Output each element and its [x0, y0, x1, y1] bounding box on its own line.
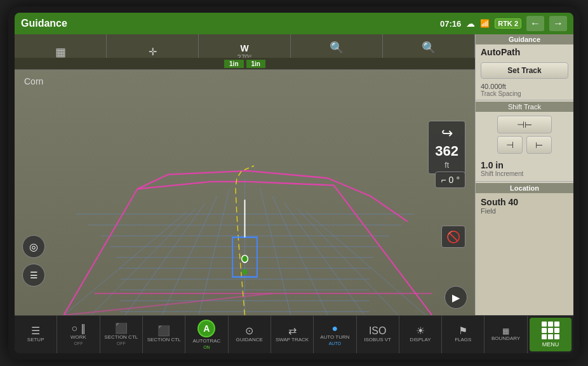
shift-row-bottom: ⊣ ⊢: [497, 136, 552, 154]
menu-label: MENU: [542, 341, 559, 348]
bottom-toolbar: ☰ SETUP ○ ‖ WORK OFF ⬛ SECTION CTL OFF ⬛…: [15, 315, 573, 353]
divider-2: [476, 181, 573, 182]
svg-point-26: [242, 255, 248, 262]
distance-overlay: ↪ 362 ft: [428, 121, 465, 174]
auto-label: AUTO: [329, 341, 341, 346]
setup-icon: ☰: [31, 326, 40, 336]
zoom-in-icon: 🔍: [422, 41, 436, 55]
turn-arrow-icon: ↪: [435, 125, 458, 142]
shift-track-header: Shift Track: [476, 102, 573, 112]
location-name: South 40: [481, 197, 568, 207]
guidance-icon: ⊙: [245, 326, 253, 336]
distance-value: 362: [435, 143, 458, 159]
crop-label: Corn: [24, 76, 43, 86]
autotrac-button[interactable]: A AUTOTRAC ON: [185, 316, 228, 353]
display-icon: ☀: [416, 326, 425, 336]
offset-value-2: 1in: [246, 60, 265, 68]
auto-turn-icon: ●: [332, 323, 338, 334]
screen: Guidance 07:16 ☁ 📶 RTK 2 ← →: [15, 13, 573, 353]
distance-unit: ft: [435, 161, 458, 170]
field-view: Corn ↪ 362 ft ⌐ 0 ° 🚫: [15, 70, 475, 315]
menu-button[interactable]: MENU: [530, 318, 571, 351]
section-ctl1-icon: ⬛: [115, 323, 128, 334]
time-display: 07:16: [440, 19, 461, 29]
shift-increment-value: 1.0 in: [481, 160, 568, 170]
section-ctl2-label: SECTION CTL: [147, 337, 181, 343]
field-svg: [15, 70, 475, 315]
device-frame: Guidance 07:16 ☁ 📶 RTK 2 ← →: [8, 6, 580, 360]
guidance-button[interactable]: ⊙ GUIDANCE: [229, 316, 271, 353]
offset-value-1: 1in: [224, 60, 243, 68]
flags-button[interactable]: ⚑ FLAGS: [442, 316, 484, 353]
work-button[interactable]: ○ ‖ WORK OFF: [57, 316, 100, 353]
compass-direction: W: [240, 43, 248, 53]
shift-controls: ⊣⊢ ⊣ ⊢: [476, 112, 573, 158]
isobus-button[interactable]: ISO ISOBUS VT: [357, 316, 399, 353]
svg-point-27: [243, 269, 248, 274]
autopath-label: AutoPath: [481, 47, 568, 57]
section-ctl1-status: OFF: [117, 341, 126, 346]
section-ctl2-icon: ⬛: [157, 326, 170, 336]
map-area: ▦ ✛ W 270° 🔍 −: [15, 34, 475, 315]
autotrac-icon: A: [203, 323, 210, 334]
display-button[interactable]: ☀ DISPLAY: [399, 316, 442, 353]
autotrac-status: ON: [203, 345, 210, 349]
swap-track-button[interactable]: ⇄ SWAP TRACK: [271, 316, 314, 353]
guidance-label: GUIDANCE: [236, 337, 263, 343]
swap-track-icon: ⇄: [288, 326, 297, 336]
menu-grid-icon: [542, 322, 559, 339]
section-ctl1-label: SECTION CTL: [104, 334, 138, 341]
shift-left-button[interactable]: ⊣: [497, 136, 523, 154]
boundary-icon: ▦: [502, 327, 509, 335]
play-button[interactable]: ▶: [444, 286, 467, 309]
grid-icon: ▦: [55, 45, 66, 59]
location-section-header: Location: [476, 183, 573, 193]
camera-button[interactable]: ◎: [22, 235, 45, 258]
swap-track-label: SWAP TRACK: [276, 337, 309, 343]
isobus-icon: ISO: [369, 326, 387, 336]
heading-overlay: ⌐ 0 °: [435, 172, 465, 188]
isobus-label: ISOBUS VT: [364, 337, 391, 343]
auto-turn-button[interactable]: ● AUTO TURN AUTO: [314, 316, 356, 353]
camera-icon: ◎: [29, 241, 38, 253]
header-right: 07:16 ☁ 📶 RTK 2 ← →: [440, 16, 567, 31]
work-status: OFF: [74, 341, 83, 346]
nav-back-button[interactable]: ←: [526, 16, 544, 31]
track-spacing-row: 40.000ft Track Spacing: [476, 81, 573, 98]
location-section: South 40 Field: [476, 193, 573, 315]
nav-forward-button[interactable]: →: [549, 16, 567, 31]
pan-icon: ✛: [149, 46, 157, 58]
flags-label: FLAGS: [455, 337, 471, 343]
header-bar: Guidance 07:16 ☁ 📶 RTK 2 ← →: [15, 13, 573, 34]
zoom-out-icon: 🔍: [330, 41, 344, 55]
play-icon: ▶: [452, 292, 460, 304]
track-spacing-label: Track Spacing: [481, 90, 568, 97]
shift-increment-row: 1.0 in Shift Increment: [476, 158, 573, 180]
shift-skip-button[interactable]: ⊣⊢: [497, 116, 552, 133]
main-content: ▦ ✛ W 270° 🔍 −: [15, 34, 573, 315]
cloud-icon: ☁: [466, 18, 475, 29]
autopath-row: AutoPath: [476, 44, 573, 60]
list-icon: ☰: [30, 270, 38, 280]
boundary-button[interactable]: ▦ BOUNDARY: [484, 316, 527, 353]
shift-increment-label: Shift Increment: [481, 170, 568, 177]
heading-curve-icon: ⌐: [441, 175, 446, 185]
display-label: DISPLAY: [410, 337, 431, 343]
right-panel: Guidance AutoPath Set Track 40.000ft Tra…: [475, 34, 573, 315]
flags-icon: ⚑: [458, 326, 467, 336]
setup-button[interactable]: ☰ SETUP: [15, 316, 57, 353]
section-ctl2-button[interactable]: ⬛ SECTION CTL: [143, 316, 185, 353]
no-signal-overlay: 🚫: [441, 226, 465, 248]
section-ctl1-button[interactable]: ⬛ SECTION CTL OFF: [100, 316, 143, 353]
set-track-button[interactable]: Set Track: [481, 62, 568, 79]
list-button[interactable]: ☰: [22, 264, 45, 287]
rtk-badge: RTK 2: [495, 18, 521, 29]
work-icon: ○ ‖: [71, 323, 85, 334]
autotrac-label: AUTOTRAC: [192, 338, 220, 344]
map-toolbar: ▦ ✛ W 270° 🔍 −: [15, 34, 475, 70]
signal-icon: 📶: [480, 19, 490, 28]
divider-1: [476, 100, 573, 100]
location-sub: Field: [481, 207, 568, 215]
shift-right-button[interactable]: ⊢: [526, 136, 552, 154]
autotrac-circle: A: [197, 320, 215, 337]
